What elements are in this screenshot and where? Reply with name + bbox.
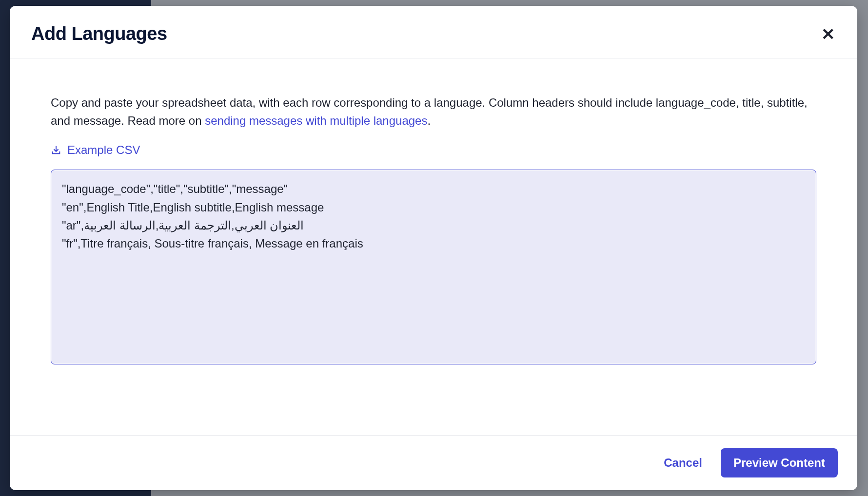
instruction-suffix: . <box>427 114 431 127</box>
add-languages-modal: Add Languages ✕ Copy and paste your spre… <box>10 6 857 490</box>
modal-header: Add Languages ✕ <box>10 6 857 58</box>
example-csv-link[interactable]: Example CSV <box>51 143 140 157</box>
modal-footer: Cancel Preview Content <box>10 435 857 490</box>
instruction-link[interactable]: sending messages with multiple languages <box>205 114 427 127</box>
cancel-button[interactable]: Cancel <box>659 450 707 476</box>
download-icon <box>51 145 61 155</box>
modal-body: Copy and paste your spreadsheet data, wi… <box>10 58 857 435</box>
csv-input[interactable] <box>51 170 816 364</box>
close-button[interactable]: ✕ <box>818 24 838 44</box>
instruction-text: Copy and paste your spreadsheet data, wi… <box>51 94 816 130</box>
example-csv-label: Example CSV <box>67 143 140 157</box>
modal-title: Add Languages <box>31 23 167 44</box>
close-icon: ✕ <box>821 25 835 43</box>
preview-content-button[interactable]: Preview Content <box>721 448 838 477</box>
